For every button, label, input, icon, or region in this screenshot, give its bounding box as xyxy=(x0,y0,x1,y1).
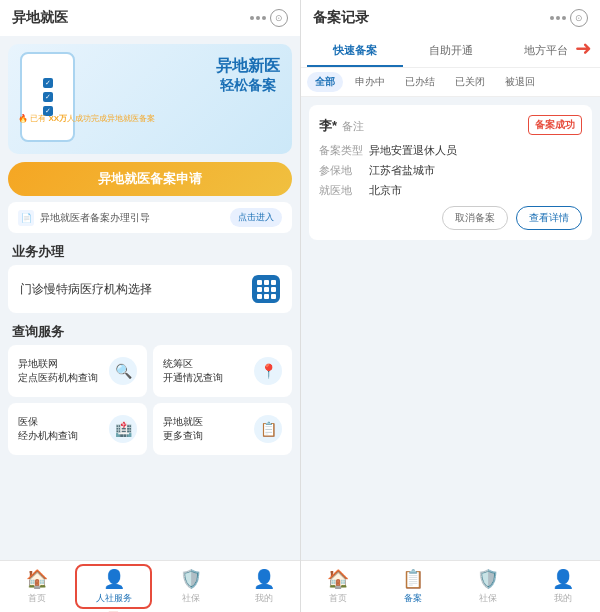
rnav-insurance-icon: 🛡️ xyxy=(477,568,499,590)
shield-icon: 🛡️ xyxy=(180,568,202,590)
left-panel: 异地就医 ⊙ ✓ ✓ ✓ 异地新医 轻松备案 � xyxy=(0,0,300,612)
field-value-medical: 北京市 xyxy=(369,183,582,198)
nav-mine[interactable]: 👤 我的 xyxy=(227,561,300,612)
subtab-closed-label: 已关闭 xyxy=(455,76,485,87)
rnav-mine-icon: 👤 xyxy=(552,568,574,590)
check2: ✓ xyxy=(43,92,53,102)
subtab-done[interactable]: 已办结 xyxy=(397,72,443,92)
query-label-3: 异地就医更多查询 xyxy=(163,415,203,443)
hero-phone-illustration: ✓ ✓ ✓ xyxy=(20,52,75,142)
subtab-returned-label: 被退回 xyxy=(505,76,535,87)
query-card-1[interactable]: 统筹区开通情况查询 📍 xyxy=(153,345,292,397)
subtab-closed[interactable]: 已关闭 xyxy=(447,72,493,92)
subtab-all[interactable]: 全部 xyxy=(307,72,343,92)
tab-self-label: 自助开通 xyxy=(429,44,473,56)
rnav-insurance[interactable]: 🛡️ 社保 xyxy=(451,561,526,612)
right-header: 备案记录 ⊙ ➜ xyxy=(301,0,600,36)
subtab-all-label: 全部 xyxy=(315,76,335,87)
business-item-text: 门诊慢特病医疗机构选择 xyxy=(20,281,152,298)
rdot3 xyxy=(562,16,566,20)
dot2 xyxy=(256,16,260,20)
hero-text: 异地新医 轻松备案 xyxy=(216,56,280,95)
query-label-2: 医保经办机构查询 xyxy=(18,415,78,443)
business-card[interactable]: 门诊慢特病医疗机构选择 xyxy=(8,265,292,313)
guide-icon: 📄 xyxy=(18,210,34,226)
left-header-actions: ⊙ xyxy=(250,9,288,27)
record-person: 李* 备注 xyxy=(319,116,364,135)
nav-insurance-label: 社保 xyxy=(182,592,200,605)
record-name-suffix: 备注 xyxy=(342,120,364,132)
hero-title: 异地新医 xyxy=(216,56,280,77)
nav-mine-label: 我的 xyxy=(255,592,273,605)
hero-subtitle: 轻松备案 xyxy=(216,77,280,95)
subtab-done-label: 已办结 xyxy=(405,76,435,87)
query-icon-3: 📋 xyxy=(254,415,282,443)
check-box-1: ✓ xyxy=(43,78,53,88)
subtab-processing[interactable]: 申办中 xyxy=(347,72,393,92)
rdot1 xyxy=(550,16,554,20)
right-panel: 备案记录 ⊙ ➜ 快速备案 自助开通 地方平台 全部 申办中 xyxy=(301,0,600,612)
guide-enter-button[interactable]: 点击进入 xyxy=(230,208,282,227)
rnav-record-icon: 📋 xyxy=(402,568,424,590)
view-detail-button[interactable]: 查看详情 xyxy=(516,206,582,230)
nav-insurance[interactable]: 🛡️ 社保 xyxy=(154,561,227,612)
field-label-medical: 就医地 xyxy=(319,183,369,198)
nav-social[interactable]: 👤 人社服务 ▼ xyxy=(75,564,152,609)
guide-text: 异地就医者备案办理引导 xyxy=(40,211,150,225)
field-label-insure: 参保地 xyxy=(319,163,369,178)
dot3 xyxy=(262,16,266,20)
query-label-1: 统筹区开通情况查询 xyxy=(163,357,223,385)
record-actions: 取消备案 查看详情 xyxy=(319,206,582,230)
record-area: 李* 备注 备案成功 备案类型 异地安置退休人员 参保地 江苏省盐城市 就医地 … xyxy=(301,97,600,560)
business-section-title: 业务办理 xyxy=(0,239,300,265)
record-row-insure: 参保地 江苏省盐城市 xyxy=(319,163,582,178)
field-value-insure: 江苏省盐城市 xyxy=(369,163,582,178)
rnav-mine[interactable]: 👤 我的 xyxy=(525,561,600,612)
left-title: 异地就医 xyxy=(12,9,68,27)
query-card-3[interactable]: 异地就医更多查询 📋 xyxy=(153,403,292,455)
guide-left: 📄 异地就医者备案办理引导 xyxy=(18,210,150,226)
record-header: 李* 备注 备案成功 xyxy=(319,115,582,135)
record-row-medical: 就医地 北京市 xyxy=(319,183,582,198)
hero-badge: 🔥 已有 XX万人成功完成异地就医备案 xyxy=(18,113,155,124)
rnav-home-icon: 🏠 xyxy=(327,568,349,590)
field-value-type: 异地安置退休人员 xyxy=(369,143,582,158)
right-header-actions: ⊙ xyxy=(550,9,588,27)
scan-icon[interactable]: ⊙ xyxy=(270,9,288,27)
query-icon-2: 🏥 xyxy=(109,415,137,443)
home-icon: 🏠 xyxy=(26,568,48,590)
nav-home-label: 首页 xyxy=(28,592,46,605)
hero-banner: ✓ ✓ ✓ 异地新医 轻松备案 🔥 已有 XX万人成功完成异地就医备案 xyxy=(8,44,292,154)
query-icon-0: 🔍 xyxy=(109,357,137,385)
record-row-type: 备案类型 异地安置退休人员 xyxy=(319,143,582,158)
right-title: 备案记录 xyxy=(313,9,369,27)
tab-quick-filing[interactable]: 快速备案 xyxy=(307,36,403,67)
query-icon-1: 📍 xyxy=(254,357,282,385)
left-bottom-nav: 🏠 首页 👤 人社服务 ▼ 🛡️ 社保 👤 我的 xyxy=(0,560,300,612)
cancel-filing-button[interactable]: 取消备案 xyxy=(442,206,508,230)
right-arrow-annotation: ➜ xyxy=(575,36,592,60)
record-name: 李* xyxy=(319,118,337,133)
grid-icon xyxy=(257,280,276,299)
query-label-0: 异地联网定点医药机构查询 xyxy=(18,357,98,385)
dot1 xyxy=(250,16,254,20)
cta-button[interactable]: 异地就医备案申请 xyxy=(8,162,292,196)
rnav-home[interactable]: 🏠 首页 xyxy=(301,561,376,612)
rnav-insurance-label: 社保 xyxy=(479,592,497,605)
rnav-record[interactable]: 📋 备案 xyxy=(376,561,451,612)
rnav-home-label: 首页 xyxy=(329,592,347,605)
right-scan-icon[interactable]: ⊙ xyxy=(570,9,588,27)
query-card-2[interactable]: 医保经办机构查询 🏥 xyxy=(8,403,147,455)
guide-bar: 📄 异地就医者备案办理引导 点击进入 xyxy=(8,202,292,233)
tab-quick-label: 快速备案 xyxy=(333,44,377,56)
check1: ✓ xyxy=(43,78,53,88)
nav-home[interactable]: 🏠 首页 xyxy=(0,561,73,612)
query-card-0[interactable]: 异地联网定点医药机构查询 🔍 xyxy=(8,345,147,397)
tab-self-service[interactable]: 自助开通 xyxy=(403,36,499,67)
subtab-processing-label: 申办中 xyxy=(355,76,385,87)
field-label-type: 备案类型 xyxy=(319,143,369,158)
subtab-returned[interactable]: 被退回 xyxy=(497,72,543,92)
query-section-title: 查询服务 xyxy=(0,319,300,345)
top-tabs: 快速备案 自助开通 地方平台 xyxy=(301,36,600,68)
left-header: 异地就医 ⊙ xyxy=(0,0,300,36)
